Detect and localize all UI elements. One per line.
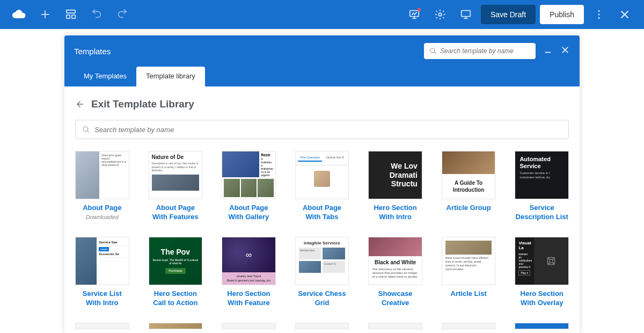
publish-button[interactable]: Publish — [540, 5, 584, 24]
template-card[interactable]: Black and WhiteThe discovery of the came… — [368, 237, 422, 308]
presentation-icon[interactable] — [404, 4, 425, 25]
search-icon — [82, 126, 90, 134]
template-thumbnail: Automated Service Customer service is t … — [515, 151, 569, 199]
top-bar: Save Draft Publish — [0, 0, 644, 29]
close-editor-icon[interactable] — [614, 4, 635, 25]
svg-point-25 — [553, 263, 554, 264]
back-arrow-icon[interactable] — [75, 99, 85, 109]
exit-library-row: Exit Template Library — [75, 98, 569, 110]
template-card[interactable]: News moves through many different lines … — [442, 237, 496, 308]
template-thumbnail: News moves through many different lines … — [442, 237, 496, 285]
template-card[interactable]: Short term goals expect accomplishment i… — [75, 151, 129, 222]
template-thumbnail: We Lov Dramati Structu — [368, 151, 422, 199]
save-draft-button[interactable]: Save Draft — [481, 5, 536, 24]
template-thumbnail: ∞ ometry and TopolBased in geometry and … — [222, 237, 276, 285]
template-title: Showcase Creative — [368, 289, 422, 308]
template-card[interactable]: Automated Service Customer service is t … — [515, 151, 569, 222]
redo-icon[interactable] — [112, 4, 133, 25]
modal-tabs: My Templates Template library — [74, 67, 570, 86]
template-thumbnail — [442, 323, 496, 329]
template-card[interactable]: Intagible Services Service-domCustom S S… — [295, 237, 349, 308]
template-card[interactable]: Nature of De Description is one of four … — [149, 151, 203, 222]
template-card[interactable] — [515, 323, 569, 329]
modal-header: Templates My Templates Template library — [64, 35, 580, 86]
minimize-icon[interactable] — [543, 45, 553, 57]
template-title: About Page With Features — [149, 204, 203, 222]
template-card[interactable] — [222, 323, 276, 329]
template-thumbnail — [368, 323, 422, 329]
template-card[interactable] — [149, 323, 203, 329]
template-thumbnail: Service Spe Learn Economic Se — [75, 237, 129, 285]
add-icon[interactable] — [34, 4, 56, 25]
template-grid: Short term goals expect accomplishment i… — [75, 151, 569, 329]
template-title: Hero Section With Intro — [368, 204, 422, 222]
header-search[interactable] — [424, 43, 536, 59]
close-modal-icon[interactable] — [560, 45, 570, 57]
template-card[interactable] — [75, 323, 129, 329]
svg-rect-2 — [67, 10, 76, 13]
body-search[interactable] — [75, 120, 569, 139]
template-card[interactable] — [368, 323, 422, 329]
template-title: Service Chess Grid — [295, 289, 349, 308]
template-title: Article List — [451, 289, 487, 299]
body-search-input[interactable] — [94, 126, 562, 134]
template-card[interactable] — [295, 323, 349, 329]
undo-icon[interactable] — [86, 4, 107, 25]
template-card[interactable]: The OverviewDefine the S About Page With… — [295, 151, 349, 222]
template-card[interactable]: We Lov Dramati Structu Hero Section With… — [368, 151, 422, 222]
template-thumbnail — [149, 323, 203, 329]
template-title: About Page — [83, 204, 121, 213]
template-thumbnail: A Guide To Introduction — [442, 151, 496, 199]
topbar-left — [9, 4, 133, 25]
template-card[interactable]: Service Spe Learn Economic Se Service Li… — [75, 237, 129, 308]
template-status: Downloaded — [86, 214, 119, 220]
svg-point-21 — [550, 259, 553, 263]
template-thumbnail — [75, 323, 129, 329]
template-card[interactable]: The Pov famous book, The Wealth of N out… — [149, 237, 203, 308]
template-title: Hero Section With Overlay — [515, 289, 569, 308]
svg-rect-9 — [462, 11, 471, 17]
modal-body[interactable]: Exit Template Library Short term goals e… — [64, 86, 580, 333]
template-card[interactable]: RestrA business, a enterprise, co is an … — [222, 151, 276, 222]
template-thumbnail: RestrA business, a enterprise, co is an … — [222, 151, 276, 199]
tab-my-templates[interactable]: My Templates — [74, 67, 136, 86]
svg-point-22 — [548, 258, 550, 259]
svg-rect-3 — [67, 15, 70, 18]
template-thumbnail: The OverviewDefine the S — [295, 151, 349, 199]
template-card[interactable] — [442, 323, 496, 329]
svg-point-12 — [598, 10, 599, 12]
desktop-preview-icon[interactable] — [455, 4, 477, 25]
layout-widgets-icon[interactable] — [60, 4, 82, 25]
svg-point-24 — [548, 263, 550, 264]
template-thumbnail: Visual Lainteract an notifyiyliant and p… — [515, 237, 569, 285]
template-card[interactable]: Visual Lainteract an notifyiyliant and p… — [515, 237, 569, 308]
topbar-right: Save Draft Publish — [404, 4, 635, 25]
template-title: Hero Section Call to Action — [149, 289, 203, 308]
cloud-logo-icon[interactable] — [9, 4, 30, 25]
header-search-input[interactable] — [440, 47, 530, 55]
svg-point-8 — [438, 13, 442, 16]
modal-title: Templates — [74, 47, 111, 56]
template-title: About Page With Tabs — [295, 204, 349, 222]
template-thumbnail: Short term goals expect accomplishment i… — [75, 151, 129, 199]
template-title: Service List With Intro — [75, 289, 129, 308]
svg-rect-4 — [72, 15, 75, 18]
template-thumbnail: Black and WhiteThe discovery of the came… — [368, 237, 422, 285]
more-vertical-icon[interactable] — [588, 4, 610, 25]
template-thumbnail: Intagible Services Service-domCustom S — [295, 237, 349, 285]
template-title: Hero Section With Feature — [222, 289, 276, 308]
template-thumbnail: Nature of De Description is one of four … — [149, 151, 203, 199]
template-thumbnail — [515, 323, 569, 329]
template-card[interactable]: A Guide To Introduction Article Group — [442, 151, 496, 222]
template-thumbnail: The Pov famous book, The Wealth of N out… — [149, 237, 203, 285]
template-thumbnail — [222, 323, 276, 329]
template-thumbnail — [295, 323, 349, 329]
template-title: Service Description List — [515, 204, 569, 222]
template-title: Article Group — [447, 204, 491, 213]
template-title: About Page With Gallery — [222, 204, 276, 222]
gear-icon[interactable] — [429, 4, 451, 25]
exit-library-title: Exit Template Library — [91, 98, 194, 110]
template-card[interactable]: ∞ ometry and TopolBased in geometry and … — [222, 237, 276, 308]
tab-template-library[interactable]: Template library — [136, 67, 205, 86]
svg-point-23 — [553, 258, 554, 259]
